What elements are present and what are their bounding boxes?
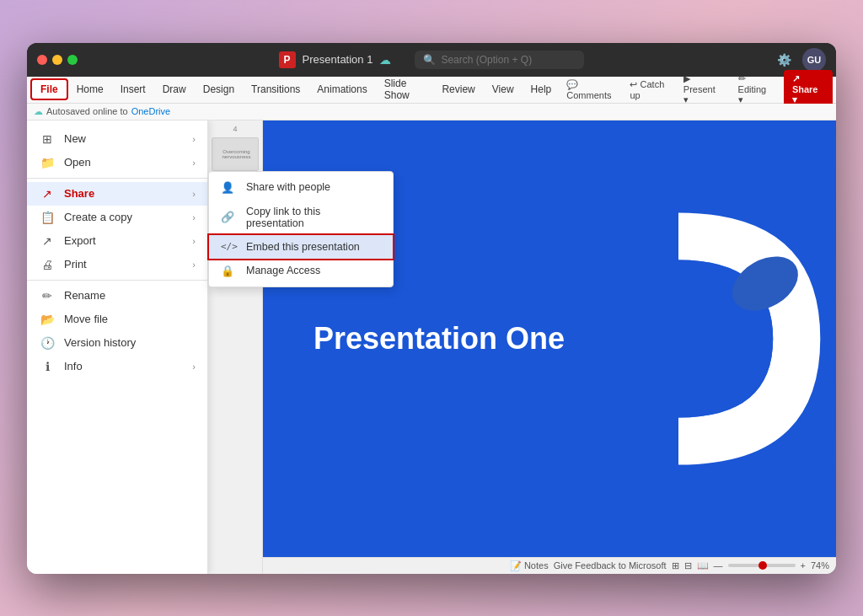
- autosave-text: Autosaved online to: [46, 106, 128, 116]
- move-icon: 📂: [39, 313, 56, 326]
- user-avatar[interactable]: GU: [802, 48, 826, 72]
- settings-button[interactable]: ⚙️: [772, 48, 796, 72]
- submenu-share-people[interactable]: 👤 Share with people: [209, 175, 393, 200]
- menu-export[interactable]: ↗ Export ›: [27, 229, 207, 253]
- reading-view-icon[interactable]: 📖: [697, 560, 709, 571]
- menu-open-label: Open: [64, 156, 91, 169]
- tab-transitions[interactable]: Transitions: [243, 80, 308, 99]
- titlebar-right: ⚙️ GU: [772, 48, 826, 72]
- arrow-icon: ›: [192, 158, 196, 168]
- info-icon: ℹ: [39, 360, 56, 373]
- menu-move[interactable]: 📂 Move file: [27, 308, 207, 331]
- submenu-copy-link-label: Copy link to this presentation: [246, 206, 381, 229]
- new-icon: ⊞: [39, 132, 56, 146]
- editing-button[interactable]: ✏ Editing ▾: [732, 71, 779, 108]
- cloud-sync-icon: ☁: [34, 106, 43, 117]
- feedback-button[interactable]: Give Feedback to Microsoft: [554, 560, 667, 570]
- embed-icon: </>: [221, 241, 238, 252]
- menu-rename[interactable]: ✏ Rename: [27, 284, 207, 308]
- comments-button[interactable]: 💬 Comments: [560, 77, 618, 103]
- maximize-button[interactable]: [67, 55, 78, 65]
- menu-share-label: Share: [64, 187, 94, 200]
- submenu-copy-link[interactable]: 🔗 Copy link to this presentation: [209, 200, 393, 235]
- autosave-bar: ☁ Autosaved online to OneDrive: [27, 104, 836, 121]
- arrow-icon: ›: [192, 362, 196, 372]
- slide-thumb-4[interactable]: Overcoming nervousness: [212, 137, 259, 171]
- slide-view-icon[interactable]: ⊟: [684, 560, 692, 571]
- search-input[interactable]: [441, 54, 576, 66]
- tab-draw[interactable]: Draw: [154, 80, 195, 99]
- share-submenu: 👤 Share with people 🔗 Copy link to this …: [208, 171, 394, 287]
- menu-export-label: Export: [64, 234, 96, 247]
- ribbon: File Home Insert Draw Design Transitions…: [27, 77, 836, 104]
- submenu-embed[interactable]: </> Embed this presentation: [209, 235, 393, 259]
- zoom-level: 74%: [811, 560, 829, 570]
- separator: [27, 178, 207, 179]
- print-icon: 🖨: [39, 258, 56, 271]
- slide-num-4: 4: [208, 124, 262, 134]
- menu-version-label: Version history: [64, 336, 136, 349]
- menu-rename-label: Rename: [64, 289, 105, 302]
- slide-title: Presentation One: [314, 321, 565, 356]
- file-menu: ⊞ New › 📁 Open › ↗ Share › 📋 Create: [27, 121, 208, 574]
- grid-view-icon[interactable]: ⊞: [672, 560, 679, 571]
- menu-version-history[interactable]: 🕐 Version history: [27, 331, 207, 355]
- submenu-manage-access-label: Manage Access: [246, 265, 320, 276]
- submenu-manage-access[interactable]: 🔒 Manage Access: [209, 259, 393, 283]
- menu-info[interactable]: ℹ Info ›: [27, 355, 207, 378]
- tab-insert[interactable]: Insert: [112, 80, 154, 99]
- tab-view[interactable]: View: [484, 80, 523, 99]
- zoom-out-button[interactable]: —: [714, 560, 723, 570]
- copy-icon: 📋: [39, 211, 56, 224]
- submenu-embed-label: Embed this presentation: [246, 241, 360, 253]
- tab-slideshow[interactable]: Slide Show: [376, 74, 434, 104]
- arrow-icon: ›: [192, 212, 196, 222]
- submenu-share-people-label: Share with people: [246, 181, 330, 193]
- d-decoration: [521, 121, 836, 557]
- link-icon: 🔗: [221, 211, 238, 223]
- separator: [27, 280, 207, 281]
- zoom-in-button[interactable]: +: [801, 560, 806, 570]
- history-icon: 🕐: [39, 336, 56, 350]
- arrow-icon: ›: [192, 236, 196, 246]
- minimize-button[interactable]: [52, 55, 62, 65]
- menu-new-label: New: [64, 132, 86, 145]
- tab-review[interactable]: Review: [433, 80, 483, 99]
- app-body: File Home Insert Draw Design Transitions…: [27, 77, 836, 574]
- notes-button[interactable]: 📝 Notes: [510, 560, 549, 571]
- menu-create-copy-label: Create a copy: [64, 211, 132, 223]
- titlebar-center: P Presentation 1 ☁ 🔍: [91, 51, 772, 69]
- menu-print-label: Print: [64, 258, 87, 271]
- search-bar[interactable]: 🔍: [415, 51, 584, 69]
- tab-help[interactable]: Help: [523, 80, 560, 99]
- menu-print[interactable]: 🖨 Print ›: [27, 253, 207, 276]
- lock-icon: 🔒: [221, 265, 238, 277]
- status-bar-right: 📝 Notes Give Feedback to Microsoft ⊞ ⊟ 📖…: [510, 560, 829, 571]
- menu-info-label: Info: [64, 360, 83, 372]
- traffic-lights: [37, 55, 78, 65]
- tab-design[interactable]: Design: [195, 80, 243, 99]
- tab-animations[interactable]: Animations: [308, 80, 375, 99]
- menu-open[interactable]: 📁 Open ›: [27, 151, 207, 174]
- people-icon: 👤: [221, 181, 238, 194]
- open-icon: 📁: [39, 156, 56, 169]
- share-icon: ↗: [39, 187, 56, 201]
- menu-new[interactable]: ⊞ New ›: [27, 127, 207, 151]
- present-button[interactable]: ▶ Present ▾: [677, 71, 726, 108]
- slide-thumb-img-4: Overcoming nervousness: [212, 138, 259, 170]
- menu-share[interactable]: ↗ Share ›: [27, 182, 207, 206]
- export-icon: ↗: [39, 234, 56, 248]
- zoom-slider[interactable]: [728, 564, 796, 567]
- search-icon: 🔍: [423, 54, 436, 66]
- catchup-button[interactable]: ↩ Catch up: [623, 77, 671, 103]
- onedrive-link[interactable]: OneDrive: [131, 106, 170, 116]
- window-title: Presentation 1: [303, 53, 373, 66]
- app-window: P Presentation 1 ☁ 🔍 ⚙️ GU File Home Ins…: [27, 43, 836, 574]
- zoom-thumb: [758, 561, 767, 570]
- menu-create-copy[interactable]: 📋 Create a copy ›: [27, 206, 207, 229]
- content-area: ⊞ New › 📁 Open › ↗ Share › 📋 Create: [27, 121, 836, 574]
- tab-file[interactable]: File: [30, 78, 68, 100]
- close-button[interactable]: [37, 55, 47, 65]
- tab-home[interactable]: Home: [68, 80, 112, 99]
- ribbon-tabs: File Home Insert Draw Design Transitions…: [27, 77, 836, 104]
